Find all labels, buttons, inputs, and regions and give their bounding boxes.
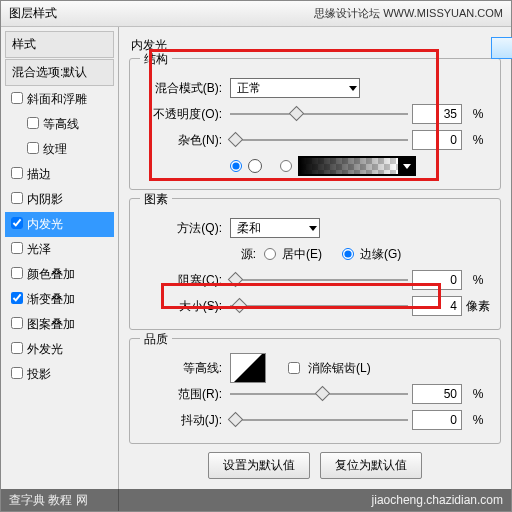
ok-button[interactable]: [491, 37, 512, 59]
source-edge-radio[interactable]: [342, 248, 354, 260]
sidebar-item-0[interactable]: 斜面和浮雕: [5, 87, 114, 112]
sidebar-item-5[interactable]: 内发光: [5, 212, 114, 237]
method-label: 方法(Q):: [140, 220, 226, 237]
sidebar-item-label: 渐变叠加: [27, 292, 75, 306]
antialias-label: 消除锯齿(L): [308, 360, 371, 377]
noise-label: 杂色(N):: [140, 132, 226, 149]
sidebar-checkbox[interactable]: [11, 342, 23, 354]
sidebar-head-styles[interactable]: 样式: [5, 31, 114, 58]
window-title: 图层样式: [9, 5, 57, 22]
sidebar-item-7[interactable]: 颜色叠加: [5, 262, 114, 287]
chevron-down-icon: [349, 86, 357, 91]
sidebar-checkbox[interactable]: [11, 217, 23, 229]
sidebar-item-label: 图案叠加: [27, 317, 75, 331]
sidebar-item-label: 投影: [27, 367, 51, 381]
chevron-down-icon: [403, 164, 411, 169]
sidebar-item-label: 等高线: [43, 117, 79, 131]
choke-slider[interactable]: [230, 270, 408, 290]
range-label: 范围(R):: [140, 386, 226, 403]
main-panel: 内发光 结构 混合模式(B): 正常 不透明度(O): 35 % 杂色(N):: [119, 27, 511, 511]
range-slider[interactable]: [230, 384, 408, 404]
jitter-label: 抖动(J):: [140, 412, 226, 429]
sidebar-item-3[interactable]: 描边: [5, 162, 114, 187]
opacity-label: 不透明度(O):: [140, 106, 226, 123]
blend-mode-dropdown[interactable]: 正常: [230, 78, 360, 98]
jitter-input[interactable]: 0: [412, 410, 462, 430]
sidebar-item-11[interactable]: 投影: [5, 362, 114, 387]
sidebar-item-9[interactable]: 图案叠加: [5, 312, 114, 337]
sidebar-head-blend[interactable]: 混合选项:默认: [5, 59, 114, 86]
sidebar-item-label: 颜色叠加: [27, 267, 75, 281]
contour-label: 等高线:: [140, 360, 226, 377]
size-input[interactable]: 4: [412, 296, 462, 316]
sidebar-checkbox[interactable]: [11, 192, 23, 204]
sidebar-checkbox[interactable]: [11, 267, 23, 279]
reset-default-button[interactable]: 复位为默认值: [320, 452, 422, 479]
sidebar-checkbox[interactable]: [11, 167, 23, 179]
noise-slider[interactable]: [230, 130, 408, 150]
group-quality: 品质 等高线: 消除锯齿(L) 范围(R): 50 % 抖动(J):: [129, 338, 501, 444]
choke-label: 阻塞(C):: [140, 272, 226, 289]
chevron-down-icon: [309, 226, 317, 231]
sidebar-item-2[interactable]: 纹理: [5, 137, 114, 162]
size-label: 大小(S):: [140, 298, 226, 315]
sidebar-item-label: 外发光: [27, 342, 63, 356]
size-slider[interactable]: [230, 296, 408, 316]
sidebar-item-10[interactable]: 外发光: [5, 337, 114, 362]
make-default-button[interactable]: 设置为默认值: [208, 452, 310, 479]
color-gradient-radio[interactable]: [280, 160, 292, 172]
header-brand: 思缘设计论坛 WWW.MISSYUAN.COM: [314, 6, 503, 21]
group-structure: 结构 混合模式(B): 正常 不透明度(O): 35 % 杂色(N): 0: [129, 58, 501, 190]
jitter-slider[interactable]: [230, 410, 408, 430]
sidebar-checkbox[interactable]: [27, 117, 39, 129]
sidebar-item-label: 光泽: [27, 242, 51, 256]
panel-title: 内发光: [131, 37, 501, 54]
percent-unit: %: [466, 107, 490, 121]
titlebar: 图层样式 思缘设计论坛 WWW.MISSYUAN.COM: [1, 1, 511, 27]
group-elements: 图素 方法(Q): 柔和 源: 居中(E) 边缘(G) 阻塞(C):: [129, 198, 501, 330]
watermark: 查字典 教程 网 jiaocheng.chazidian.com: [1, 489, 511, 511]
gradient-picker[interactable]: [298, 156, 416, 176]
antialias-checkbox[interactable]: [288, 362, 300, 374]
blend-mode-label: 混合模式(B):: [140, 80, 226, 97]
method-dropdown[interactable]: 柔和: [230, 218, 320, 238]
sidebar-item-label: 描边: [27, 167, 51, 181]
sidebar-item-8[interactable]: 渐变叠加: [5, 287, 114, 312]
sidebar-checkbox[interactable]: [11, 242, 23, 254]
opacity-input[interactable]: 35: [412, 104, 462, 124]
sidebar-item-label: 斜面和浮雕: [27, 92, 87, 106]
range-input[interactable]: 50: [412, 384, 462, 404]
sidebar-item-label: 内发光: [27, 217, 63, 231]
choke-input[interactable]: 0: [412, 270, 462, 290]
source-edge-label: 边缘(G): [360, 246, 401, 263]
sidebar-checkbox[interactable]: [11, 367, 23, 379]
sidebar-item-6[interactable]: 光泽: [5, 237, 114, 262]
sidebar-checkbox[interactable]: [11, 317, 23, 329]
contour-picker[interactable]: [230, 353, 266, 383]
source-label: 源:: [140, 246, 260, 263]
sidebar-item-label: 纹理: [43, 142, 67, 156]
source-center-label: 居中(E): [282, 246, 322, 263]
group-elements-legend: 图素: [140, 191, 172, 208]
sidebar-item-label: 内阴影: [27, 192, 63, 206]
source-center-radio[interactable]: [264, 248, 276, 260]
sidebar-item-4[interactable]: 内阴影: [5, 187, 114, 212]
group-quality-legend: 品质: [140, 331, 172, 348]
style-sidebar: 样式 混合选项:默认 斜面和浮雕等高线纹理描边内阴影内发光光泽颜色叠加渐变叠加图…: [1, 27, 119, 511]
group-structure-legend: 结构: [140, 51, 172, 68]
color-solid-radio[interactable]: [230, 160, 242, 172]
noise-input[interactable]: 0: [412, 130, 462, 150]
sidebar-item-1[interactable]: 等高线: [5, 112, 114, 137]
sidebar-checkbox[interactable]: [11, 292, 23, 304]
color-swatch[interactable]: [248, 159, 262, 173]
sidebar-checkbox[interactable]: [27, 142, 39, 154]
sidebar-checkbox[interactable]: [11, 92, 23, 104]
px-unit: 像素: [466, 298, 490, 315]
opacity-slider[interactable]: [230, 104, 408, 124]
